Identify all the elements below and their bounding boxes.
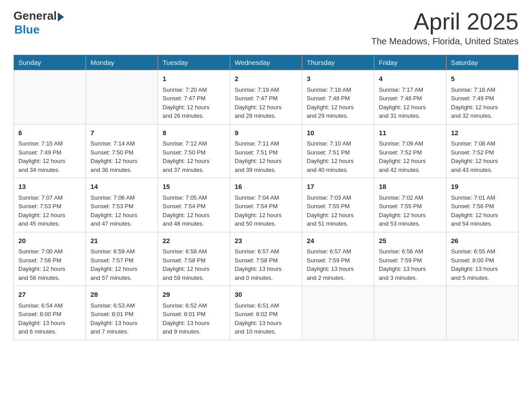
day-info-line: Sunrise: 7:10 AM — [307, 139, 369, 148]
day-number: 15 — [163, 182, 225, 192]
title-section: April 2025 The Meadows, Florida, United … — [371, 9, 519, 47]
day-number: 10 — [307, 128, 369, 138]
calendar-week-row: 1Sunrise: 7:20 AMSunset: 7:47 PMDaylight… — [14, 70, 519, 124]
calendar-week-row: 13Sunrise: 7:07 AMSunset: 7:53 PMDayligh… — [14, 178, 519, 232]
day-info-line: Sunset: 7:48 PM — [307, 94, 369, 103]
day-info-line: Sunset: 7:53 PM — [90, 202, 153, 211]
calendar-day-cell — [302, 286, 374, 340]
calendar-day-cell: 11Sunrise: 7:09 AMSunset: 7:52 PMDayligh… — [374, 124, 446, 178]
day-number: 14 — [90, 182, 153, 192]
day-info-line: Sunset: 7:51 PM — [307, 148, 369, 157]
day-number: 25 — [379, 236, 442, 246]
day-info-line: Sunset: 7:49 PM — [18, 148, 81, 157]
logo-arrow-icon — [58, 13, 64, 21]
day-info-line: Sunrise: 6:58 AM — [163, 247, 225, 256]
day-info-line: Sunset: 7:59 PM — [307, 256, 369, 265]
day-info-line: Sunrise: 7:14 AM — [90, 139, 153, 148]
calendar-day-header: Thursday — [302, 55, 374, 70]
day-info-line: Daylight: 12 hours — [163, 211, 225, 220]
day-number: 21 — [90, 236, 153, 246]
day-info-line: Daylight: 12 hours — [451, 157, 514, 166]
day-info-line: and 39 minutes. — [235, 166, 297, 175]
day-info-line: and 34 minutes. — [18, 166, 81, 175]
day-info-line: Sunset: 7:52 PM — [451, 148, 514, 157]
day-info-line: Daylight: 12 hours — [235, 103, 297, 112]
calendar-day-cell: 10Sunrise: 7:10 AMSunset: 7:51 PMDayligh… — [302, 124, 374, 178]
day-info-line: Daylight: 13 hours — [18, 319, 81, 328]
day-number: 2 — [235, 74, 297, 84]
logo: General Blue — [13, 9, 64, 37]
page-header: General Blue April 2025 The Meadows, Flo… — [13, 9, 519, 47]
day-info-line: and 47 minutes. — [90, 219, 153, 228]
day-number: 23 — [235, 236, 297, 246]
day-info-line: Sunrise: 7:11 AM — [235, 139, 297, 148]
day-info-line: Sunrise: 6:55 AM — [451, 247, 514, 256]
day-info-line: Sunset: 8:00 PM — [451, 256, 514, 265]
calendar-day-header: Friday — [374, 55, 446, 70]
day-info-line: Daylight: 12 hours — [307, 103, 369, 112]
calendar-day-cell — [374, 286, 446, 340]
day-info-line: Daylight: 12 hours — [163, 265, 225, 274]
day-info-line: and 54 minutes. — [451, 219, 514, 228]
day-info-line: Sunrise: 7:02 AM — [379, 193, 442, 202]
calendar-day-cell: 16Sunrise: 7:04 AMSunset: 7:54 PMDayligh… — [230, 178, 302, 232]
day-info-line: Daylight: 12 hours — [307, 157, 369, 166]
day-info-line: Sunset: 8:01 PM — [163, 310, 225, 319]
day-info-line: Sunset: 7:50 PM — [90, 148, 153, 157]
calendar-day-cell: 30Sunrise: 6:51 AMSunset: 8:02 PMDayligh… — [230, 286, 302, 340]
day-info-line: and 3 minutes. — [379, 274, 442, 283]
day-info-line: Sunset: 7:47 PM — [235, 94, 297, 103]
day-info-line: and 26 minutes. — [163, 111, 225, 120]
calendar-day-cell: 5Sunrise: 7:16 AMSunset: 7:49 PMDaylight… — [446, 70, 519, 124]
day-number: 27 — [18, 290, 81, 300]
day-info-line: Sunrise: 7:19 AM — [235, 86, 297, 94]
day-info-line: and 42 minutes. — [379, 166, 442, 175]
day-info-line: Daylight: 13 hours — [379, 265, 442, 274]
calendar-week-row: 20Sunrise: 7:00 AMSunset: 7:56 PMDayligh… — [14, 232, 519, 286]
day-info-line: Sunrise: 7:09 AM — [379, 139, 442, 148]
calendar-day-cell — [446, 286, 519, 340]
day-number: 30 — [235, 290, 297, 300]
day-info-line: Sunrise: 7:00 AM — [18, 247, 81, 256]
day-number: 19 — [451, 182, 514, 192]
day-info-line: Daylight: 12 hours — [90, 265, 153, 274]
day-number: 7 — [90, 128, 153, 138]
day-info-line: Sunset: 8:02 PM — [235, 310, 297, 319]
day-info-line: and 48 minutes. — [163, 219, 225, 228]
day-info-line: and 59 minutes. — [163, 274, 225, 283]
day-info-line: and 9 minutes. — [163, 327, 225, 336]
calendar-day-cell: 29Sunrise: 6:52 AMSunset: 8:01 PMDayligh… — [158, 286, 230, 340]
calendar-day-cell: 24Sunrise: 6:57 AMSunset: 7:59 PMDayligh… — [302, 232, 374, 286]
day-info-line: and 57 minutes. — [90, 274, 153, 283]
day-info-line: Sunrise: 6:59 AM — [90, 247, 153, 256]
day-info-line: Daylight: 13 hours — [451, 265, 514, 274]
day-info-line: and 0 minutes. — [235, 274, 297, 283]
day-info-line: Daylight: 12 hours — [307, 211, 369, 220]
day-info-line: Sunrise: 6:57 AM — [307, 247, 369, 256]
day-info-line: and 51 minutes. — [307, 219, 369, 228]
day-info-line: Daylight: 13 hours — [307, 265, 369, 274]
calendar-day-cell: 18Sunrise: 7:02 AMSunset: 7:55 PMDayligh… — [374, 178, 446, 232]
calendar-day-header: Sunday — [14, 55, 86, 70]
calendar-day-cell: 26Sunrise: 6:55 AMSunset: 8:00 PMDayligh… — [446, 232, 519, 286]
day-info-line: Sunrise: 7:01 AM — [451, 193, 514, 202]
month-year-title: April 2025 — [371, 9, 519, 34]
day-info-line: Daylight: 12 hours — [163, 157, 225, 166]
day-info-line: and 40 minutes. — [307, 166, 369, 175]
day-info-line: Sunset: 7:53 PM — [18, 202, 81, 211]
day-number: 12 — [451, 128, 514, 138]
day-info-line: Daylight: 12 hours — [235, 211, 297, 220]
day-info-line: and 43 minutes. — [451, 166, 514, 175]
day-info-line: and 36 minutes. — [90, 166, 153, 175]
day-number: 9 — [235, 128, 297, 138]
day-info-line: Sunset: 7:59 PM — [379, 256, 442, 265]
calendar-day-cell: 23Sunrise: 6:57 AMSunset: 7:58 PMDayligh… — [230, 232, 302, 286]
calendar-day-cell: 25Sunrise: 6:56 AMSunset: 7:59 PMDayligh… — [374, 232, 446, 286]
calendar-day-cell — [14, 70, 86, 124]
day-info-line: Sunrise: 6:53 AM — [90, 301, 153, 310]
day-info-line: Daylight: 12 hours — [379, 157, 442, 166]
day-info-line: Daylight: 12 hours — [379, 211, 442, 220]
day-number: 3 — [307, 74, 369, 84]
day-info-line: Sunset: 7:56 PM — [18, 256, 81, 265]
day-number: 1 — [163, 74, 225, 84]
